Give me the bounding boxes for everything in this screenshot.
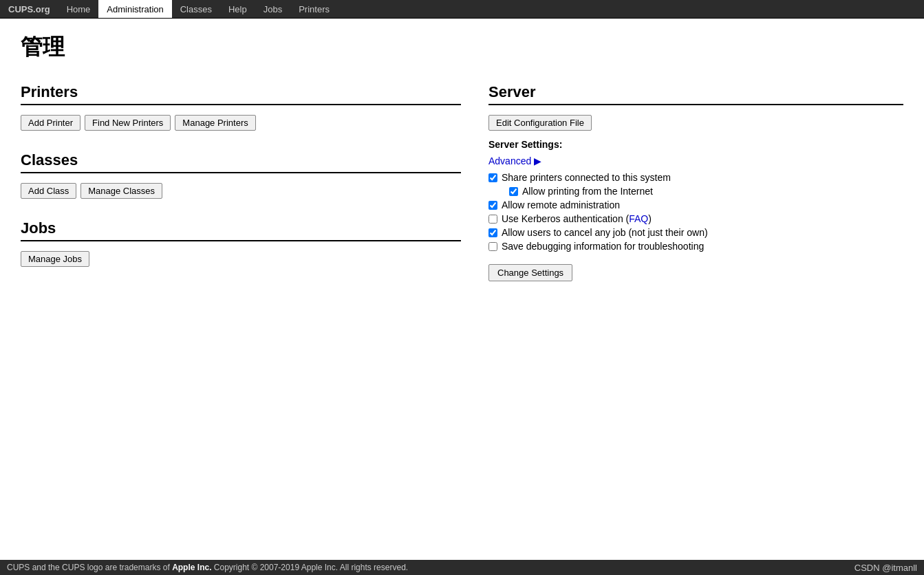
find-new-printers-button[interactable]: Find New Printers	[85, 115, 171, 131]
nav-home[interactable]: Home	[58, 0, 99, 18]
checkbox-use-kerberos-input[interactable]	[488, 215, 497, 224]
jobs-section: Jobs Manage Jobs	[21, 219, 461, 267]
checkbox-save-debug: Save debugging information for troublesh…	[488, 241, 903, 252]
checkbox-allow-cancel-any: Allow users to cancel any job (not just …	[488, 227, 903, 238]
printers-heading: Printers	[21, 83, 461, 105]
page-title: 管理	[21, 32, 903, 63]
checkbox-save-debug-input[interactable]	[488, 242, 497, 251]
checkbox-use-kerberos: Use Kerberos authentication (FAQ)	[488, 213, 903, 224]
server-heading: Server	[488, 83, 903, 105]
left-column: Printers Add Printer Find New Printers M…	[21, 83, 475, 288]
nav-jobs[interactable]: Jobs	[255, 0, 290, 18]
add-class-button[interactable]: Add Class	[21, 183, 76, 199]
classes-buttons: Add Class Manage Classes	[21, 183, 461, 199]
add-printer-button[interactable]: Add Printer	[21, 115, 80, 131]
manage-classes-button[interactable]: Manage Classes	[80, 183, 162, 199]
checkbox-share-printers-label: Share printers connected to this system	[502, 172, 671, 183]
change-settings-button[interactable]: Change Settings	[488, 264, 572, 281]
nav-classes[interactable]: Classes	[172, 0, 220, 18]
checkbox-allow-printing-internet-label: Allow printing from the Internet	[522, 186, 653, 197]
checkbox-allow-cancel-any-label: Allow users to cancel any job (not just …	[502, 227, 708, 238]
nav-printers[interactable]: Printers	[290, 0, 338, 18]
main-content: 管理 Printers Add Printer Find New Printer…	[0, 19, 924, 301]
checkbox-allow-remote-admin-label: Allow remote administration	[502, 199, 620, 210]
checkbox-allow-printing-internet-input[interactable]	[509, 187, 518, 196]
server-settings-label: Server Settings:	[488, 139, 903, 150]
navbar: CUPS.org Home Administration Classes Hel…	[0, 0, 924, 19]
classes-heading: Classes	[21, 151, 461, 173]
checkbox-allow-remote-admin: Allow remote administration	[488, 199, 903, 210]
checkbox-allow-cancel-any-input[interactable]	[488, 228, 497, 237]
checkbox-allow-printing-internet: Allow printing from the Internet	[509, 186, 903, 197]
checkbox-share-printers: Share printers connected to this system	[488, 172, 903, 183]
checkbox-save-debug-label: Save debugging information for troublesh…	[502, 241, 704, 252]
nav-administration[interactable]: Administration	[98, 0, 171, 18]
advanced-arrow-icon: ▶	[534, 155, 541, 166]
server-section: Server Edit Configuration File Server Se…	[475, 83, 903, 288]
classes-section: Classes Add Class Manage Classes	[21, 151, 461, 199]
checkbox-use-kerberos-label: Use Kerberos authentication (FAQ)	[502, 213, 652, 224]
nav-logo[interactable]: CUPS.org	[0, 0, 58, 18]
printers-buttons: Add Printer Find New Printers Manage Pri…	[21, 115, 461, 131]
advanced-link[interactable]: Advanced ▶	[488, 155, 541, 166]
manage-jobs-button[interactable]: Manage Jobs	[21, 251, 89, 267]
printers-section: Printers Add Printer Find New Printers M…	[21, 83, 461, 131]
manage-printers-button[interactable]: Manage Printers	[175, 115, 255, 131]
faq-link[interactable]: FAQ	[629, 213, 648, 224]
jobs-heading: Jobs	[21, 219, 461, 241]
two-column-layout: Printers Add Printer Find New Printers M…	[21, 83, 903, 288]
checkbox-share-printers-input[interactable]	[488, 173, 497, 182]
nav-help[interactable]: Help	[220, 0, 255, 18]
checkbox-allow-remote-admin-input[interactable]	[488, 201, 497, 210]
jobs-buttons: Manage Jobs	[21, 251, 461, 267]
edit-configuration-file-button[interactable]: Edit Configuration File	[488, 115, 592, 131]
